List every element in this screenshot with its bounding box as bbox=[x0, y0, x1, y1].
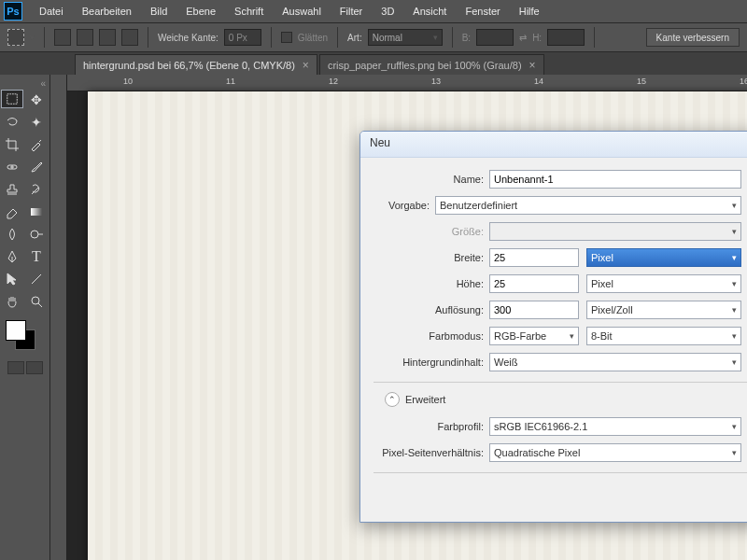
blur-tool-icon[interactable] bbox=[1, 224, 23, 245]
lasso-tool-icon[interactable] bbox=[1, 112, 23, 133]
menu-schrift[interactable]: Schrift bbox=[225, 6, 273, 17]
document-tabbar: hintergrund.psd bei 66,7% (Ebene 0, CMYK… bbox=[0, 52, 747, 75]
selection-intersect-icon[interactable] bbox=[121, 29, 138, 46]
menu-ebene[interactable]: Ebene bbox=[176, 6, 225, 17]
heal-tool-icon[interactable] bbox=[1, 157, 23, 177]
menu-ansicht[interactable]: Ansicht bbox=[403, 6, 456, 17]
svg-line-9 bbox=[38, 303, 42, 307]
ruler-tick: 15 bbox=[637, 77, 646, 86]
divider bbox=[452, 27, 453, 48]
tab-label: crisp_paper_ruffles.png bei 100% (Grau/8… bbox=[328, 60, 522, 71]
eyedropper-tool-icon[interactable] bbox=[25, 134, 48, 155]
hand-tool-icon[interactable] bbox=[1, 291, 23, 312]
marquee-tool-icon[interactable] bbox=[1, 90, 23, 108]
line-tool-icon[interactable] bbox=[25, 269, 48, 289]
swap-icon: ⇄ bbox=[519, 33, 527, 43]
history-brush-tool-icon[interactable] bbox=[25, 179, 48, 200]
ruler-tick: 10 bbox=[123, 77, 133, 86]
menu-auswahl[interactable]: Auswahl bbox=[273, 6, 331, 17]
separator bbox=[374, 382, 747, 383]
name-label: Name: bbox=[360, 174, 489, 185]
name-input[interactable] bbox=[489, 170, 741, 189]
svg-line-7 bbox=[32, 274, 41, 284]
ruler-tick: 16 bbox=[740, 77, 747, 86]
erweitert-toggle-icon[interactable]: ⌃ bbox=[385, 392, 400, 407]
close-icon[interactable]: × bbox=[529, 59, 536, 72]
type-tool-icon[interactable]: T bbox=[25, 246, 48, 267]
hoehe-unit-select[interactable]: Pixel▾ bbox=[586, 274, 741, 293]
brush-tool-icon[interactable] bbox=[25, 157, 48, 177]
ruler-vertical bbox=[50, 75, 67, 560]
menu-bearbeiten[interactable]: Bearbeiten bbox=[73, 6, 141, 17]
erweitert-label: Erweitert bbox=[405, 394, 445, 405]
svg-rect-0 bbox=[7, 94, 18, 105]
stamp-tool-icon[interactable] bbox=[1, 179, 23, 200]
aufloesung-input[interactable] bbox=[489, 301, 579, 319]
screenmode-icon[interactable] bbox=[26, 361, 43, 374]
move-tool-icon[interactable]: ✥ bbox=[25, 90, 48, 110]
svg-point-8 bbox=[32, 297, 39, 304]
marquee-preset-icon[interactable] bbox=[7, 29, 24, 46]
breite-unit-select[interactable]: Pixel▾ bbox=[586, 248, 741, 267]
hoehe-label: Höhe: bbox=[360, 278, 489, 289]
glaetten-checkbox bbox=[281, 32, 292, 43]
eraser-tool-icon[interactable] bbox=[1, 202, 23, 222]
divider bbox=[337, 27, 338, 48]
menu-datei[interactable]: Datei bbox=[30, 6, 73, 17]
menu-fenster[interactable]: Fenster bbox=[456, 6, 509, 17]
menubar: Ps Datei Bearbeiten Bild Ebene Schrift A… bbox=[0, 0, 747, 22]
menu-filter[interactable]: Filter bbox=[331, 6, 372, 17]
art-label: Art: bbox=[347, 33, 362, 43]
groesse-label: Größe: bbox=[360, 226, 489, 237]
dialog-title: Neu bbox=[360, 132, 747, 158]
new-document-dialog: Neu Name: Vorgabe: Benutzerdefiniert▾ Gr… bbox=[359, 131, 747, 523]
ruler-tick: 13 bbox=[431, 77, 441, 86]
color-swatches[interactable] bbox=[4, 320, 46, 354]
tab-crisp-paper[interactable]: crisp_paper_ruffles.png bei 100% (Grau/8… bbox=[319, 54, 544, 75]
crop-tool-icon[interactable] bbox=[1, 134, 23, 155]
app-logo: Ps bbox=[4, 2, 22, 21]
tab-hintergrund[interactable]: hintergrund.psd bei 66,7% (Ebene 0, CMYK… bbox=[75, 54, 317, 75]
selection-add-icon[interactable] bbox=[77, 29, 93, 46]
breite-input-opt bbox=[476, 29, 514, 46]
selection-new-icon[interactable] bbox=[54, 29, 71, 46]
close-icon[interactable]: × bbox=[303, 59, 309, 72]
quickmask-icon[interactable] bbox=[7, 361, 24, 374]
divider bbox=[44, 27, 45, 48]
dodge-tool-icon[interactable] bbox=[25, 224, 48, 245]
options-bar: ▾ Weiche Kante: Glätten Art: Normal▾ B: … bbox=[0, 22, 747, 52]
kante-verbessern-button[interactable]: Kante verbessern bbox=[646, 28, 740, 47]
ruler-tick: 11 bbox=[226, 77, 235, 86]
vorgabe-select[interactable]: Benutzerdefiniert▾ bbox=[435, 196, 741, 215]
pixel-seitenverhaeltnis-select[interactable]: Quadratische Pixel▾ bbox=[489, 443, 741, 462]
menu-3d[interactable]: 3D bbox=[372, 6, 403, 17]
art-select[interactable]: Normal▾ bbox=[368, 29, 443, 46]
svg-point-5 bbox=[31, 231, 38, 238]
hoehe-input-opt bbox=[547, 29, 585, 46]
foreground-color-swatch[interactable] bbox=[6, 320, 26, 341]
tab-label: hintergrund.psd bei 66,7% (Ebene 0, CMYK… bbox=[83, 60, 295, 71]
hintergrundinhalt-select[interactable]: Weiß▾ bbox=[489, 353, 741, 371]
zoom-tool-icon[interactable] bbox=[25, 291, 48, 312]
menu-hilfe[interactable]: Hilfe bbox=[510, 6, 549, 17]
chevron-down-icon[interactable]: ▾ bbox=[30, 33, 35, 42]
farbprofil-select[interactable]: sRGB IEC61966-2.1▾ bbox=[489, 417, 741, 436]
weiche-kante-input[interactable] bbox=[224, 29, 261, 46]
aufloesung-unit-select[interactable]: Pixel/Zoll▾ bbox=[586, 301, 741, 319]
menu-bild[interactable]: Bild bbox=[141, 6, 176, 17]
farbtiefe-select[interactable]: 8-Bit▾ bbox=[586, 327, 741, 345]
hoehe-label-opt: H: bbox=[532, 33, 542, 43]
farbmodus-select[interactable]: RGB-Farbe▾ bbox=[489, 327, 579, 345]
farbmodus-label: Farbmodus: bbox=[360, 330, 489, 342]
ruler-tick: 14 bbox=[534, 77, 543, 86]
selection-subtract-icon[interactable] bbox=[99, 29, 116, 46]
groesse-select: ▾ bbox=[489, 222, 741, 241]
magic-wand-tool-icon[interactable]: ✦ bbox=[25, 112, 48, 133]
path-select-tool-icon[interactable] bbox=[1, 269, 23, 289]
toolbox-collapse-icon[interactable]: « bbox=[0, 78, 49, 89]
hoehe-input[interactable] bbox=[489, 274, 579, 293]
pen-tool-icon[interactable] bbox=[1, 246, 23, 267]
breite-input[interactable] bbox=[489, 248, 579, 267]
gradient-tool-icon[interactable] bbox=[25, 202, 48, 222]
glaetten-label: Glätten bbox=[298, 33, 328, 43]
